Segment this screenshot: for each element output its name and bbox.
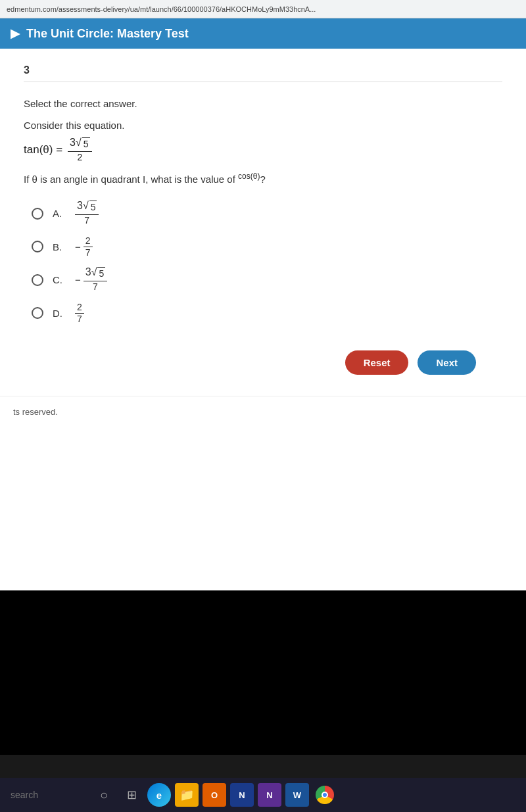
app-n2-icon[interactable]: N [258,783,281,807]
choice-a-fraction: 3√ 5 7 [75,201,99,226]
question-body: Select the correct answer. Consider this… [24,93,502,380]
radio-c[interactable] [32,274,43,286]
choice-b-num: 2 [84,235,93,247]
cos-superscript: cos(θ) [238,172,260,181]
equation-line: tan(θ) = 3√ 5 2 [24,137,502,162]
choice-b-den: 7 [84,247,93,258]
windows-start-icon[interactable]: ○ [92,783,116,807]
spacer-white [0,427,526,447]
choice-b-label: B. [53,241,66,252]
button-row: Reset Next [24,350,502,375]
question-container: 3 Select the correct answer. Consider th… [0,49,526,396]
task-view-icon[interactable]: ⊞ [120,783,143,807]
taskbar-search-input[interactable] [0,790,85,800]
choice-b[interactable]: B. − 2 7 [32,235,502,258]
choice-c-label: C. [53,274,66,285]
choice-c[interactable]: C. − 3√ 5 7 [32,267,502,292]
edge-icon[interactable]: e [147,783,171,807]
choice-c-value: − 3√ 5 7 [75,267,107,292]
chrome-logo [316,786,334,804]
choice-d[interactable]: D. 2 7 [32,302,502,325]
equation-numerator: 3√ 5 [68,137,91,152]
app-orange-icon[interactable]: O [203,783,226,807]
question-number: 3 [24,64,502,82]
choice-b-fraction: 2 7 [84,235,93,258]
sqrt-wrap: 3√ 5 [70,137,89,151]
equation-lhs: tan(θ) = [24,143,62,156]
choice-d-fraction: 2 7 [75,302,84,325]
question-text: If θ is an angle in quadrant I, what is … [24,172,502,185]
sqrt-sign: 3√ [70,137,82,148]
radio-c-inner [35,277,40,283]
chrome-center [322,792,328,798]
page-title: The Unit Circle: Mastery Test [26,27,189,41]
radio-b[interactable] [32,241,43,252]
choice-a-value: 3√ 5 7 [75,201,99,226]
taskbar-icons: ○ ⊞ e 📁 O N N W [92,783,337,807]
choice-a-num: 3√ 5 [75,201,99,215]
title-bar: ▶ The Unit Circle: Mastery Test [0,18,526,49]
equation-denominator: 2 [75,152,84,163]
choice-c-den: 7 [91,281,100,293]
choice-d-den: 7 [75,314,84,325]
choice-a-sqrt: 3√ 5 [77,201,97,214]
radio-b-inner [35,244,40,249]
choice-b-value: − 2 7 [75,235,93,258]
radio-d[interactable] [32,307,43,319]
radio-a[interactable] [32,208,43,220]
black-area [0,590,526,755]
answer-choices: A. 3√ 5 7 [32,201,502,324]
choice-a-label: A. [53,208,66,219]
choice-d-label: D. [53,308,66,319]
taskbar: ○ ⊞ e 📁 O N N W [0,778,526,812]
instruction-text: Select the correct answer. [24,98,502,109]
radio-a-inner [35,211,40,216]
choice-c-num: 3√ 5 [84,267,107,281]
folder-icon[interactable]: 📁 [175,783,199,807]
reset-button[interactable]: Reset [345,350,409,375]
app-word-icon[interactable]: W [285,783,309,807]
nav-arrow-icon: ▶ [11,26,20,41]
choice-c-sqrt: 3√ 5 [85,267,105,281]
footer-text: ts reserved. [0,396,526,427]
choice-d-num: 2 [75,302,84,314]
choice-c-fraction: 3√ 5 7 [84,267,107,292]
next-button[interactable]: Next [418,350,476,375]
sqrt-radicand: 5 [82,137,90,151]
main-content: ▶ The Unit Circle: Mastery Test 3 Select… [0,18,526,590]
consider-text: Consider this equation. [24,120,502,131]
chrome-icon[interactable] [313,783,337,807]
app-n1-icon[interactable]: N [230,783,254,807]
url-bar: edmentum.com/assessments-delivery/ua/mt/… [0,0,526,18]
question-text-part1: If θ is an angle in quadrant I, what is … [24,174,235,185]
radio-d-inner [35,310,40,316]
choice-d-value: 2 7 [75,302,84,325]
url-text: edmentum.com/assessments-delivery/ua/mt/… [7,5,316,13]
equation-fraction: 3√ 5 2 [68,137,91,162]
choice-a-den: 7 [82,215,91,226]
choice-a[interactable]: A. 3√ 5 7 [32,201,502,226]
